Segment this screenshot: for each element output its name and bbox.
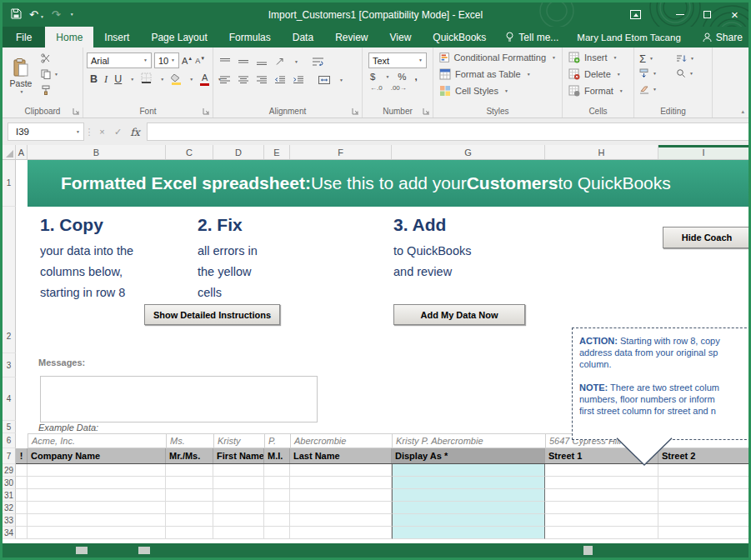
close-button[interactable]: × (721, 2, 748, 27)
cell-G7[interactable]: Display As * (392, 448, 545, 463)
cell-B33[interactable] (28, 514, 166, 527)
cell-C34[interactable] (166, 527, 213, 539)
column-header-F[interactable]: F (290, 145, 392, 159)
row-header-4[interactable]: 4 (3, 378, 16, 421)
sort-filter-button[interactable]: ▼ (676, 54, 694, 63)
cell-B29[interactable] (28, 464, 166, 477)
cell-A29[interactable] (16, 464, 28, 477)
row-header-29[interactable]: 29 (3, 464, 16, 477)
sheet-tab-mark[interactable] (583, 546, 593, 555)
clipboard-dialog-launcher-icon[interactable] (73, 108, 80, 115)
formula-input[interactable] (147, 122, 748, 141)
cell-I30[interactable] (658, 477, 748, 489)
cell-B30[interactable] (28, 477, 166, 489)
cell-F33[interactable] (290, 514, 392, 527)
accounting-format-button[interactable]: $ (370, 72, 375, 82)
row-header-3[interactable]: 3 (3, 353, 16, 378)
cell-B31[interactable] (28, 489, 166, 502)
cell-I31[interactable] (658, 489, 748, 502)
cell-D32[interactable] (213, 502, 264, 514)
row-header-7[interactable]: 7 (3, 448, 16, 464)
row-header-33[interactable]: 33 (3, 514, 16, 527)
select-all-corner[interactable] (3, 145, 16, 159)
name-box[interactable]: I39▼ (8, 122, 84, 141)
column-header-B[interactable]: B (28, 145, 166, 159)
cell-H30[interactable] (545, 477, 658, 489)
redo-icon[interactable]: ↷ (52, 9, 61, 20)
italic-button[interactable]: I (104, 73, 108, 86)
tab-formulas[interactable]: Formulas (218, 27, 282, 48)
find-select-button[interactable]: ▼ (676, 68, 693, 78)
cell-D31[interactable] (213, 489, 264, 502)
cell-G29[interactable] (392, 464, 545, 477)
column-header-E[interactable]: E (264, 145, 290, 159)
percent-style-button[interactable]: % (398, 72, 406, 82)
delete-cells-button[interactable]: Delete▼ (563, 66, 633, 82)
font-dialog-launcher-icon[interactable] (203, 108, 210, 115)
row-header-1[interactable]: 1 (3, 160, 16, 207)
cell-F29[interactable] (290, 464, 392, 477)
clear-button[interactable]: ▼ (639, 84, 657, 94)
add-my-data-now-button[interactable]: Add My Data Now (393, 304, 525, 325)
cell-D30[interactable] (213, 477, 264, 489)
cell-A31[interactable] (16, 489, 28, 502)
tab-quickbooks[interactable]: QuickBooks (422, 27, 497, 48)
alignment-dialog-launcher-icon[interactable] (352, 108, 359, 115)
cell-G34[interactable] (392, 527, 545, 539)
paste-button[interactable]: Paste ▼ (7, 51, 35, 101)
maximize-button[interactable] (693, 2, 721, 27)
bold-button[interactable]: B (90, 73, 98, 85)
cell-G33[interactable] (392, 514, 545, 527)
column-header-G[interactable]: G (392, 145, 545, 159)
cell-C7[interactable]: Mr./Ms. (166, 448, 213, 463)
cell-F34[interactable] (290, 527, 392, 539)
cell-G31[interactable] (392, 489, 545, 502)
column-header-I[interactable]: I (658, 145, 748, 159)
save-icon[interactable] (11, 8, 22, 22)
number-dialog-launcher-icon[interactable] (423, 108, 430, 115)
row-header-30[interactable]: 30 (3, 477, 16, 489)
minimize-button[interactable] (666, 2, 693, 27)
cell-B34[interactable] (28, 527, 166, 539)
sheet-tab-mark[interactable] (76, 547, 88, 554)
cell-D7[interactable]: First Name (213, 448, 264, 463)
borders-button[interactable] (141, 72, 152, 86)
tab-home[interactable]: Home (45, 27, 93, 48)
cell-H31[interactable] (545, 489, 658, 502)
cell-F7[interactable]: Last Name (290, 448, 392, 463)
insert-cells-button[interactable]: Insert▼ (563, 49, 633, 66)
shrink-font-button[interactable]: A▼ (195, 56, 205, 65)
row-header-32[interactable]: 32 (3, 502, 16, 514)
fill-button[interactable]: ▼ (639, 68, 657, 78)
cell-E7[interactable]: M.I. (264, 448, 290, 463)
cell-D29[interactable] (213, 464, 264, 477)
row-header-6[interactable]: 6 (3, 433, 16, 448)
cell-E6[interactable]: P. (265, 434, 291, 448)
cell-I33[interactable] (658, 514, 748, 527)
tab-view[interactable]: View (379, 27, 423, 48)
cell-D6[interactable]: Kristy (214, 434, 265, 448)
cell-B7[interactable]: Company Name (28, 448, 166, 463)
format-cells-button[interactable]: Format▼ (563, 82, 633, 99)
align-center-button[interactable] (238, 72, 249, 88)
cut-button[interactable] (41, 53, 58, 63)
cell-B32[interactable] (28, 502, 166, 514)
cell-F6[interactable]: Abercrombie (291, 434, 393, 448)
row-header-34[interactable]: 34 (3, 527, 16, 539)
tab-insert[interactable]: Insert (93, 27, 140, 48)
font-size-combo[interactable]: 10▼ (154, 52, 179, 68)
cell-C31[interactable] (166, 489, 213, 502)
row-header-5[interactable]: 5 (3, 421, 16, 433)
cell-D33[interactable] (213, 514, 264, 527)
underline-button[interactable]: U (114, 73, 122, 85)
number-format-combo[interactable]: Text▼ (368, 52, 427, 68)
row-header-31[interactable]: 31 (3, 489, 16, 502)
column-header-H[interactable]: H (545, 145, 658, 159)
column-header-C[interactable]: C (166, 145, 213, 159)
autosum-button[interactable]: Σ▼ (639, 52, 653, 65)
align-right-button[interactable] (257, 72, 268, 88)
decrease-decimal-button[interactable]: .00→ (391, 84, 407, 92)
cell-F31[interactable] (290, 489, 392, 502)
tell-me-box[interactable]: Tell me... (497, 27, 567, 48)
cell-A33[interactable] (16, 514, 28, 527)
